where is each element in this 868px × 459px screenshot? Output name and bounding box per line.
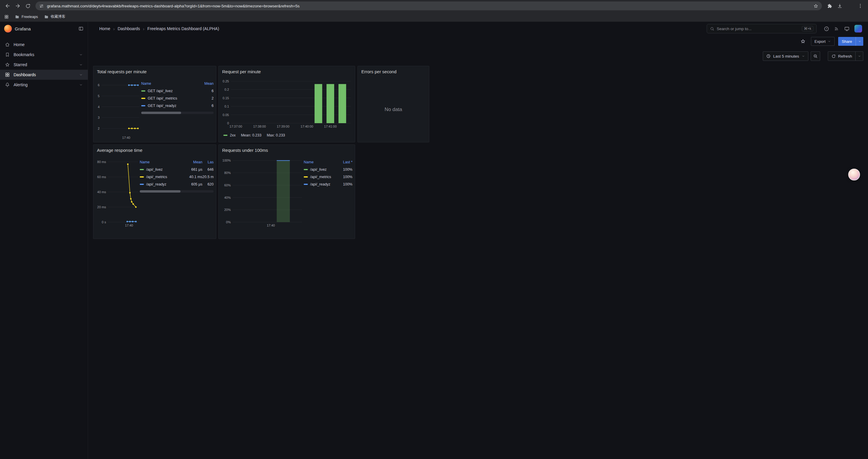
svg-text:40 ms: 40 ms bbox=[97, 190, 106, 194]
bookmarks-bar: Freeleaps 收藏博客 bbox=[0, 12, 434, 22]
back-icon[interactable] bbox=[3, 1, 12, 11]
legend-row[interactable]: GET /api/_livez6 bbox=[141, 87, 214, 95]
svg-text:0%: 0% bbox=[226, 220, 231, 224]
panel-title[interactable]: Requests under 100ms bbox=[219, 145, 355, 155]
panel-title[interactable]: Average response time bbox=[93, 145, 216, 155]
legend-row[interactable]: GET /api/_metrics2 bbox=[141, 95, 214, 102]
bell-icon bbox=[5, 82, 10, 88]
sidebar-item-dashboards[interactable]: Dashboards bbox=[0, 70, 88, 80]
panel-title[interactable]: Errors per second bbox=[358, 66, 429, 77]
legend-header[interactable]: Name bbox=[140, 160, 185, 164]
url-bar[interactable]: grafana.mathmast.com/d/deytv4rwavabkb/fr… bbox=[35, 1, 434, 10]
legend-row[interactable]: /api/_readyz100% bbox=[304, 181, 352, 188]
breadcrumb-current: Freeleaps Metrics Dashboard (ALPHA) bbox=[148, 26, 219, 31]
svg-text:2: 2 bbox=[98, 127, 99, 130]
sidebar-item-alerting[interactable]: Alerting bbox=[0, 80, 88, 90]
sidebar-item-home[interactable]: Home bbox=[0, 40, 88, 50]
site-settings-icon[interactable] bbox=[39, 4, 44, 8]
chevron-down-icon[interactable] bbox=[79, 83, 83, 87]
browser-toolbar: grafana.mathmast.com/d/deytv4rwavabkb/fr… bbox=[0, 0, 434, 12]
chevron-down-icon[interactable] bbox=[79, 73, 83, 77]
series-swatch bbox=[304, 176, 308, 177]
sidebar-item-bookmarks[interactable]: Bookmarks bbox=[0, 50, 88, 60]
bookmark-label: 收藏博客 bbox=[51, 14, 66, 19]
scrollbar-thumb[interactable] bbox=[141, 112, 181, 114]
home-icon bbox=[5, 42, 10, 47]
legend-header[interactable]: Last * bbox=[338, 160, 352, 164]
legend-row[interactable]: /api/_metrics100% bbox=[304, 173, 352, 181]
reload-icon[interactable] bbox=[23, 1, 32, 11]
request-per-minute-chart[interactable]: 0.250.20.150.10.05017:37:0017:38:0017:39… bbox=[221, 77, 352, 129]
collapse-sidebar-icon[interactable] bbox=[78, 26, 84, 31]
dashboard-toolbar: Export Share bbox=[88, 35, 434, 47]
average-response-time-chart[interactable]: 80 ms60 ms40 ms20 ms0 s17:40 bbox=[96, 155, 140, 228]
svg-text:17:39:00: 17:39:00 bbox=[277, 125, 289, 128]
legend-header[interactable]: Mean bbox=[185, 160, 203, 164]
apps-grid-icon[interactable] bbox=[4, 14, 9, 19]
svg-text:20 ms: 20 ms bbox=[97, 205, 106, 209]
series-swatch bbox=[304, 184, 308, 185]
scrollbar-thumb[interactable] bbox=[140, 190, 181, 193]
forward-icon[interactable] bbox=[13, 1, 23, 11]
svg-text:17:37:00: 17:37:00 bbox=[229, 125, 242, 128]
panel-errors-per-second: Errors per second No data bbox=[358, 66, 429, 142]
panel-total-requests-per-minute: Total requests per minute 6543217:40 Nam… bbox=[93, 66, 216, 142]
sidebar: Grafana Home Bookmarks Starred D bbox=[0, 22, 88, 230]
panel-requests-under-100ms: Requests under 100ms 100%80%60%40%20%0%1… bbox=[218, 144, 355, 230]
legend-header[interactable]: Name bbox=[141, 81, 197, 86]
brand-title: Grafana bbox=[15, 26, 75, 31]
total-requests-chart[interactable]: 6543217:40 bbox=[96, 77, 141, 140]
series-max: Max: 0.233 bbox=[267, 133, 285, 137]
series-name[interactable]: 2xx bbox=[230, 133, 236, 137]
svg-text:0.2: 0.2 bbox=[224, 88, 229, 91]
legend-row[interactable]: /api/_livez661 µs646 bbox=[140, 166, 214, 173]
svg-text:17:40:00: 17:40:00 bbox=[301, 125, 313, 128]
series-swatch bbox=[140, 184, 144, 185]
grafana-logo[interactable] bbox=[4, 25, 12, 32]
panel-title[interactable]: Request per minute bbox=[219, 66, 355, 77]
svg-text:20%: 20% bbox=[224, 208, 231, 211]
breadcrumb-home[interactable]: Home bbox=[99, 26, 110, 31]
svg-text:0.05: 0.05 bbox=[223, 113, 229, 117]
series-swatch bbox=[140, 169, 144, 170]
chevron-down-icon[interactable] bbox=[79, 53, 83, 57]
bookmark-folder-freeleaps[interactable]: Freeleaps bbox=[15, 14, 38, 19]
app-header: Home › Dashboards › Freeleaps Metrics Da… bbox=[88, 22, 434, 35]
requests-under-100ms-chart[interactable]: 100%80%60%40%20%0%17:40 bbox=[221, 155, 304, 228]
svg-text:60 ms: 60 ms bbox=[97, 175, 106, 179]
legend-header[interactable]: Mean bbox=[197, 81, 214, 86]
svg-text:0.1: 0.1 bbox=[224, 104, 229, 108]
svg-text:17:40: 17:40 bbox=[125, 224, 133, 227]
url-text[interactable]: grafana.mathmast.com/d/deytv4rwavabkb/fr… bbox=[47, 4, 434, 8]
svg-text:17:41:00: 17:41:00 bbox=[324, 125, 337, 128]
series-mean: Mean: 0.233 bbox=[241, 133, 261, 137]
no-data-text: No data bbox=[385, 107, 402, 112]
breadcrumb-dashboards[interactable]: Dashboards bbox=[118, 26, 140, 31]
legend-header[interactable]: Name bbox=[304, 160, 338, 164]
panel-title[interactable]: Total requests per minute bbox=[93, 66, 216, 77]
sidebar-item-starred[interactable]: Starred bbox=[0, 60, 88, 70]
bookmark-folder-blogs[interactable]: 收藏博客 bbox=[44, 14, 66, 19]
legend-row[interactable]: /api/_livez100% bbox=[304, 166, 352, 173]
bookmark-label: Freeleaps bbox=[22, 15, 38, 19]
svg-text:60%: 60% bbox=[224, 184, 231, 187]
bookmark-icon bbox=[5, 52, 10, 57]
grafana-app: Grafana Home Bookmarks Starred D bbox=[0, 22, 434, 230]
legend-header[interactable]: Las bbox=[203, 160, 214, 164]
legend-scrollbar[interactable] bbox=[141, 112, 214, 114]
series-swatch bbox=[223, 135, 227, 136]
svg-text:80%: 80% bbox=[224, 171, 231, 174]
chevron-down-icon[interactable] bbox=[79, 63, 83, 67]
svg-text:4: 4 bbox=[98, 105, 99, 109]
svg-text:3: 3 bbox=[98, 116, 99, 119]
panel-average-response-time: Average response time 80 ms60 ms40 ms20 … bbox=[93, 144, 216, 230]
legend-row[interactable]: /api/_metrics40.1 ms20.5 m bbox=[140, 173, 214, 181]
legend[interactable]: 2xx Mean: 0.233 Max: 0.233 bbox=[221, 129, 352, 137]
series-swatch bbox=[304, 169, 308, 170]
legend-row[interactable]: GET /api/_readyz6 bbox=[141, 102, 214, 109]
legend-row[interactable]: /api/_readyz605 µs620 bbox=[140, 181, 214, 188]
legend-table: NameMeanLas/api/_livez661 µs646/api/_met… bbox=[140, 155, 214, 193]
svg-text:17:40: 17:40 bbox=[122, 136, 130, 139]
legend-scrollbar[interactable] bbox=[140, 190, 214, 193]
series-swatch bbox=[141, 98, 145, 99]
